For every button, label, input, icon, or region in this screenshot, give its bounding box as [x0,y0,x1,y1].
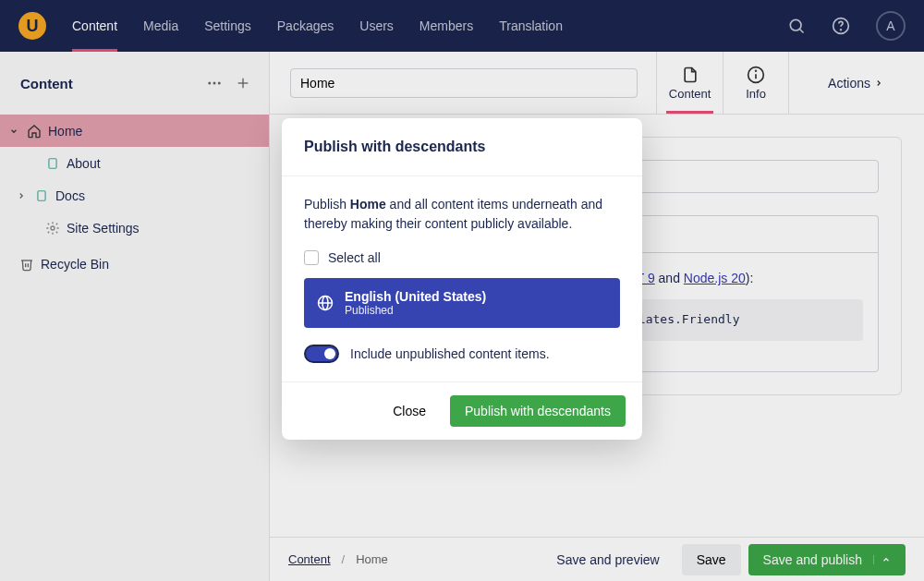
modal-overlay[interactable]: Publish with descendants Publish Home an… [0,0,924,581]
select-all-row[interactable]: Select all [304,250,620,265]
include-unpublished-label: Include unpublished content items. [350,346,550,361]
modal-description: Publish Home and all content items under… [304,195,620,234]
modal-title: Publish with descendants [282,118,642,176]
publish-descendants-modal: Publish with descendants Publish Home an… [282,118,642,440]
language-option[interactable]: English (United States) Published [304,278,620,328]
select-all-checkbox[interactable] [304,250,319,265]
modal-close-button[interactable]: Close [378,395,441,427]
globe-icon [317,295,334,311]
modal-confirm-button[interactable]: Publish with descendants [450,395,626,427]
include-unpublished-toggle[interactable] [304,345,339,363]
